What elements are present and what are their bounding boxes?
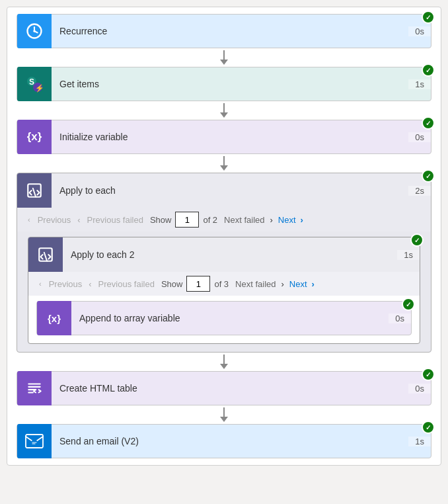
page-input-1[interactable] [175, 212, 199, 228]
apply-each2-icon [28, 237, 63, 272]
getitems-icon: S ⚡ [17, 67, 52, 101]
next-failed-btn-2[interactable]: Next failed [233, 278, 278, 290]
previous-btn-2[interactable]: Previous [46, 278, 85, 290]
arrow-4 [17, 353, 431, 371]
apply-each-check [422, 169, 435, 183]
svg-rect-9 [39, 248, 52, 261]
apply-each-duration: 2s [408, 186, 431, 196]
apply-each2-header: Apply to each 2 1s [28, 237, 420, 272]
of-label-2: of 3 [214, 279, 229, 289]
getitems-duration: 1s [408, 79, 431, 89]
sendemail-icon [17, 424, 52, 458]
createhtml-duration: 0s [408, 384, 431, 394]
initvar-icon: {x} [17, 120, 52, 154]
append-check [402, 298, 415, 311]
prev-chevron-icon-1: ‹ [25, 214, 33, 225]
createhtml-check [422, 368, 435, 381]
loop-apply-each: Apply to each 2s ‹ Previous ‹ Previous f… [17, 173, 431, 353]
loop-apply-each-header: Apply to each 2s [17, 173, 431, 208]
svg-line-3 [34, 31, 38, 32]
apply-each-label: Apply to each [52, 185, 408, 196]
recurrence-icon [17, 14, 52, 48]
svg-rect-8 [28, 184, 41, 197]
step-recurrence: Recurrence 0s [17, 14, 431, 48]
createhtml-label: Create HTML table [52, 383, 408, 394]
sendemail-check [422, 421, 435, 434]
previous-btn-1[interactable]: Previous [35, 214, 74, 226]
initvar-check [422, 116, 435, 130]
loop-body-outer: Apply to each 2 1s ‹ Previous ‹ Previous… [17, 231, 431, 352]
inner-loop-apply-each2: Apply to each 2 1s ‹ Previous ‹ Previous… [28, 237, 420, 344]
append-duration: 0s [389, 314, 411, 323]
show-label-2: Show [161, 279, 183, 289]
svg-text:⚡: ⚡ [35, 83, 44, 93]
append-icon: {x} [37, 301, 71, 335]
prev-chevron-icon-2: ‹ [36, 278, 44, 289]
step-sendemail: Send an email (V2) 1s [17, 424, 431, 458]
next-btn-2[interactable]: Next [287, 278, 310, 290]
apply-each-icon [17, 173, 52, 208]
page-input-2[interactable] [186, 276, 210, 292]
previous-failed-btn-1[interactable]: Previous failed [85, 214, 146, 226]
next-btn-1[interactable]: Next [276, 214, 299, 226]
getitems-label: Get items [52, 79, 408, 89]
step-append: {x} Append to array variable 0s [36, 301, 412, 335]
arrow-2 [17, 101, 431, 120]
previous-failed-btn-2[interactable]: Previous failed [96, 278, 157, 290]
append-label: Append to array variable [71, 313, 389, 323]
recurrence-duration: 0s [408, 26, 431, 36]
arrow-5 [17, 405, 431, 424]
getitems-check [422, 63, 435, 77]
createhtml-icon [17, 371, 52, 405]
svg-rect-11 [32, 441, 37, 446]
show-label-1: Show [150, 215, 172, 225]
flow-container: Recurrence 0s S ⚡ Get items 1s [7, 7, 441, 466]
step-getitems: S ⚡ Get items 1s [17, 67, 431, 101]
pagination-bar-1: ‹ Previous ‹ Previous failed Show of 2 N… [17, 208, 431, 231]
arrow-1 [17, 48, 431, 67]
apply-each2-duration: 1s [397, 250, 420, 260]
sendemail-label: Send an email (V2) [52, 436, 408, 446]
apply-each2-check [410, 233, 424, 247]
initvar-duration: 0s [408, 132, 431, 142]
pagination-bar-2: ‹ Previous ‹ Previous failed Show of 3 N… [28, 272, 420, 296]
step-createhtml: Create HTML table 0s [17, 371, 431, 405]
step-initvar: {x} Initialize variable 0s [17, 120, 431, 154]
arrow-3 [17, 154, 431, 173]
apply-each2-label: Apply to each 2 [63, 249, 397, 260]
recurrence-label: Recurrence [52, 26, 408, 36]
recurrence-check [422, 11, 435, 24]
next-failed-btn-1[interactable]: Next failed [221, 214, 267, 226]
of-label-1: of 2 [203, 215, 217, 225]
initvar-label: Initialize variable [52, 132, 408, 142]
sendemail-duration: 1s [408, 437, 431, 446]
